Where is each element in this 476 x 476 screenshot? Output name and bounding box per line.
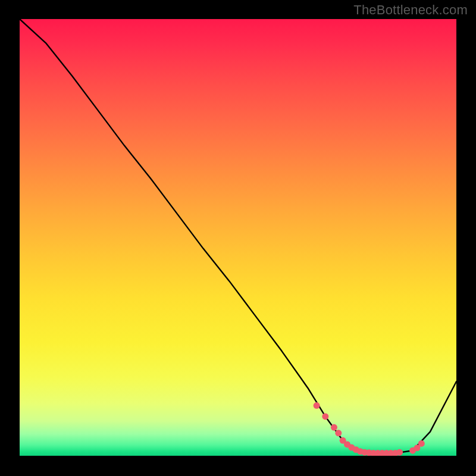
curve-marker-dot [418, 440, 425, 447]
watermark-text: TheBottleneck.com [353, 2, 468, 18]
curve-marker-group [314, 402, 425, 456]
bottleneck-curve-line [20, 19, 456, 453]
chart-plot-area [20, 19, 456, 456]
curve-marker-dot [335, 430, 342, 436]
chart-svg [20, 19, 456, 456]
curve-marker-dot [331, 424, 337, 431]
curve-marker-dot [322, 413, 328, 419]
curve-marker-dot [314, 402, 320, 409]
curve-marker-dot [396, 449, 403, 456]
